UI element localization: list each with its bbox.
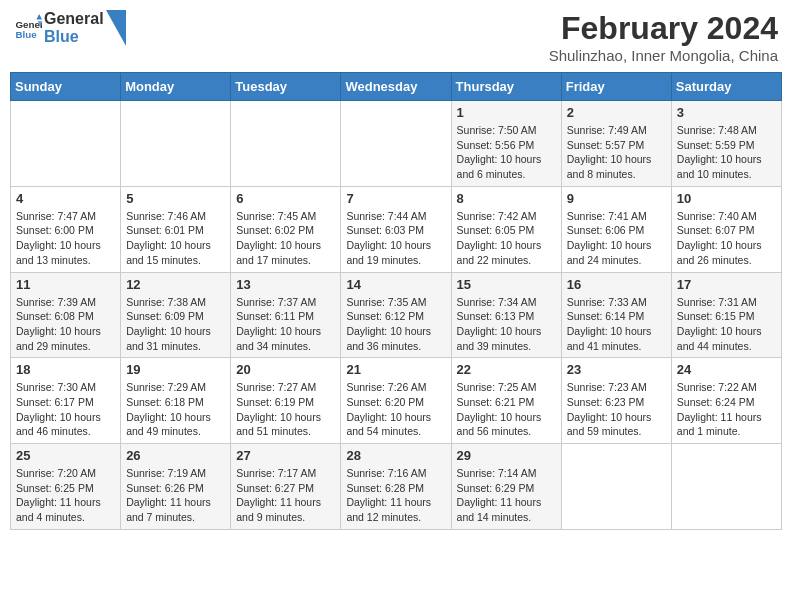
day-number: 28 — [346, 448, 445, 463]
day-info: Sunrise: 7:19 AM Sunset: 6:26 PM Dayligh… — [126, 466, 225, 525]
day-number: 10 — [677, 191, 776, 206]
day-info: Sunrise: 7:20 AM Sunset: 6:25 PM Dayligh… — [16, 466, 115, 525]
day-number: 25 — [16, 448, 115, 463]
day-number: 4 — [16, 191, 115, 206]
calendar-cell: 7Sunrise: 7:44 AM Sunset: 6:03 PM Daylig… — [341, 186, 451, 272]
weekday-header: Sunday — [11, 73, 121, 101]
calendar-cell: 23Sunrise: 7:23 AM Sunset: 6:23 PM Dayli… — [561, 358, 671, 444]
weekday-header: Thursday — [451, 73, 561, 101]
day-info: Sunrise: 7:41 AM Sunset: 6:06 PM Dayligh… — [567, 209, 666, 268]
day-number: 17 — [677, 277, 776, 292]
day-number: 7 — [346, 191, 445, 206]
day-info: Sunrise: 7:14 AM Sunset: 6:29 PM Dayligh… — [457, 466, 556, 525]
day-number: 21 — [346, 362, 445, 377]
day-number: 27 — [236, 448, 335, 463]
calendar-cell — [561, 444, 671, 530]
day-info: Sunrise: 7:39 AM Sunset: 6:08 PM Dayligh… — [16, 295, 115, 354]
calendar-cell: 17Sunrise: 7:31 AM Sunset: 6:15 PM Dayli… — [671, 272, 781, 358]
calendar-cell: 9Sunrise: 7:41 AM Sunset: 6:06 PM Daylig… — [561, 186, 671, 272]
calendar-cell: 15Sunrise: 7:34 AM Sunset: 6:13 PM Dayli… — [451, 272, 561, 358]
calendar-cell: 26Sunrise: 7:19 AM Sunset: 6:26 PM Dayli… — [121, 444, 231, 530]
day-number: 3 — [677, 105, 776, 120]
weekday-header: Saturday — [671, 73, 781, 101]
calendar-cell: 29Sunrise: 7:14 AM Sunset: 6:29 PM Dayli… — [451, 444, 561, 530]
calendar-table: SundayMondayTuesdayWednesdayThursdayFrid… — [10, 72, 782, 530]
day-number: 6 — [236, 191, 335, 206]
day-info: Sunrise: 7:37 AM Sunset: 6:11 PM Dayligh… — [236, 295, 335, 354]
day-info: Sunrise: 7:22 AM Sunset: 6:24 PM Dayligh… — [677, 380, 776, 439]
day-info: Sunrise: 7:27 AM Sunset: 6:19 PM Dayligh… — [236, 380, 335, 439]
calendar-cell: 21Sunrise: 7:26 AM Sunset: 6:20 PM Dayli… — [341, 358, 451, 444]
logo-icon: General Blue — [14, 14, 42, 42]
weekday-header: Tuesday — [231, 73, 341, 101]
day-number: 23 — [567, 362, 666, 377]
day-info: Sunrise: 7:16 AM Sunset: 6:28 PM Dayligh… — [346, 466, 445, 525]
calendar-cell: 28Sunrise: 7:16 AM Sunset: 6:28 PM Dayli… — [341, 444, 451, 530]
day-info: Sunrise: 7:29 AM Sunset: 6:18 PM Dayligh… — [126, 380, 225, 439]
location: Shulinzhao, Inner Mongolia, China — [549, 47, 778, 64]
calendar-cell: 22Sunrise: 7:25 AM Sunset: 6:21 PM Dayli… — [451, 358, 561, 444]
calendar-cell: 20Sunrise: 7:27 AM Sunset: 6:19 PM Dayli… — [231, 358, 341, 444]
day-info: Sunrise: 7:25 AM Sunset: 6:21 PM Dayligh… — [457, 380, 556, 439]
svg-marker-2 — [36, 14, 42, 20]
logo-arrow-icon — [106, 10, 126, 46]
calendar-cell: 10Sunrise: 7:40 AM Sunset: 6:07 PM Dayli… — [671, 186, 781, 272]
day-info: Sunrise: 7:33 AM Sunset: 6:14 PM Dayligh… — [567, 295, 666, 354]
calendar-cell: 6Sunrise: 7:45 AM Sunset: 6:02 PM Daylig… — [231, 186, 341, 272]
calendar-cell: 27Sunrise: 7:17 AM Sunset: 6:27 PM Dayli… — [231, 444, 341, 530]
day-info: Sunrise: 7:44 AM Sunset: 6:03 PM Dayligh… — [346, 209, 445, 268]
day-number: 22 — [457, 362, 556, 377]
day-number: 5 — [126, 191, 225, 206]
calendar-cell: 12Sunrise: 7:38 AM Sunset: 6:09 PM Dayli… — [121, 272, 231, 358]
calendar-cell: 11Sunrise: 7:39 AM Sunset: 6:08 PM Dayli… — [11, 272, 121, 358]
calendar-cell: 14Sunrise: 7:35 AM Sunset: 6:12 PM Dayli… — [341, 272, 451, 358]
day-number: 29 — [457, 448, 556, 463]
day-number: 15 — [457, 277, 556, 292]
day-info: Sunrise: 7:34 AM Sunset: 6:13 PM Dayligh… — [457, 295, 556, 354]
calendar-cell — [341, 101, 451, 187]
calendar-cell: 25Sunrise: 7:20 AM Sunset: 6:25 PM Dayli… — [11, 444, 121, 530]
day-info: Sunrise: 7:23 AM Sunset: 6:23 PM Dayligh… — [567, 380, 666, 439]
day-info: Sunrise: 7:46 AM Sunset: 6:01 PM Dayligh… — [126, 209, 225, 268]
day-info: Sunrise: 7:26 AM Sunset: 6:20 PM Dayligh… — [346, 380, 445, 439]
calendar-cell: 5Sunrise: 7:46 AM Sunset: 6:01 PM Daylig… — [121, 186, 231, 272]
weekday-header: Wednesday — [341, 73, 451, 101]
logo-general: General — [44, 10, 104, 28]
day-number: 19 — [126, 362, 225, 377]
day-info: Sunrise: 7:50 AM Sunset: 5:56 PM Dayligh… — [457, 123, 556, 182]
day-number: 18 — [16, 362, 115, 377]
calendar-cell: 18Sunrise: 7:30 AM Sunset: 6:17 PM Dayli… — [11, 358, 121, 444]
day-info: Sunrise: 7:38 AM Sunset: 6:09 PM Dayligh… — [126, 295, 225, 354]
calendar-cell — [121, 101, 231, 187]
day-info: Sunrise: 7:17 AM Sunset: 6:27 PM Dayligh… — [236, 466, 335, 525]
weekday-header: Monday — [121, 73, 231, 101]
calendar-cell: 3Sunrise: 7:48 AM Sunset: 5:59 PM Daylig… — [671, 101, 781, 187]
day-number: 8 — [457, 191, 556, 206]
logo-blue: Blue — [44, 28, 104, 46]
calendar-cell: 19Sunrise: 7:29 AM Sunset: 6:18 PM Dayli… — [121, 358, 231, 444]
calendar-cell: 2Sunrise: 7:49 AM Sunset: 5:57 PM Daylig… — [561, 101, 671, 187]
calendar-cell: 8Sunrise: 7:42 AM Sunset: 6:05 PM Daylig… — [451, 186, 561, 272]
day-info: Sunrise: 7:47 AM Sunset: 6:00 PM Dayligh… — [16, 209, 115, 268]
day-info: Sunrise: 7:48 AM Sunset: 5:59 PM Dayligh… — [677, 123, 776, 182]
day-number: 20 — [236, 362, 335, 377]
calendar-cell: 13Sunrise: 7:37 AM Sunset: 6:11 PM Dayli… — [231, 272, 341, 358]
calendar-cell — [671, 444, 781, 530]
day-number: 12 — [126, 277, 225, 292]
calendar-cell — [231, 101, 341, 187]
day-info: Sunrise: 7:35 AM Sunset: 6:12 PM Dayligh… — [346, 295, 445, 354]
day-info: Sunrise: 7:45 AM Sunset: 6:02 PM Dayligh… — [236, 209, 335, 268]
page-header: General Blue General Blue February 2024 … — [10, 10, 782, 64]
weekday-header: Friday — [561, 73, 671, 101]
svg-marker-4 — [106, 10, 126, 46]
calendar-cell: 24Sunrise: 7:22 AM Sunset: 6:24 PM Dayli… — [671, 358, 781, 444]
month-title: February 2024 — [549, 10, 778, 47]
day-number: 16 — [567, 277, 666, 292]
calendar-cell — [11, 101, 121, 187]
calendar-cell: 1Sunrise: 7:50 AM Sunset: 5:56 PM Daylig… — [451, 101, 561, 187]
title-block: February 2024 Shulinzhao, Inner Mongolia… — [549, 10, 778, 64]
day-number: 14 — [346, 277, 445, 292]
day-number: 13 — [236, 277, 335, 292]
day-info: Sunrise: 7:42 AM Sunset: 6:05 PM Dayligh… — [457, 209, 556, 268]
day-info: Sunrise: 7:30 AM Sunset: 6:17 PM Dayligh… — [16, 380, 115, 439]
